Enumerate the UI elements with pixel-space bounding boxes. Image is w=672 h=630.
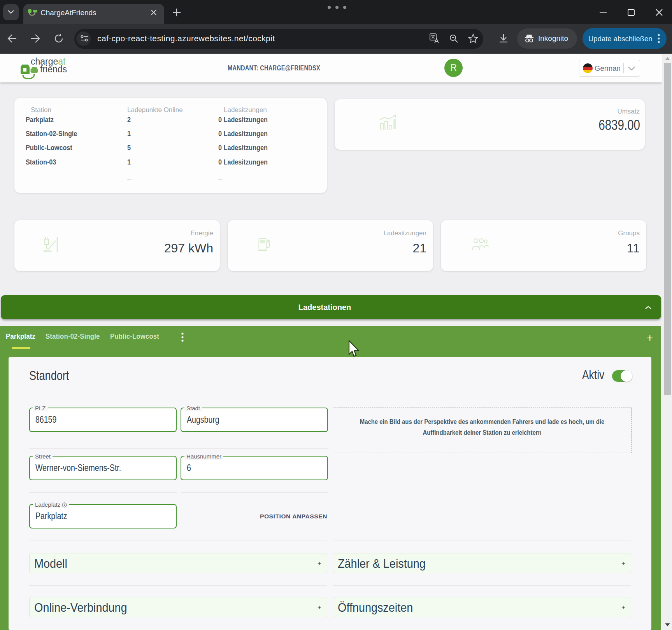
svg-text:friends: friends: [40, 64, 67, 74]
